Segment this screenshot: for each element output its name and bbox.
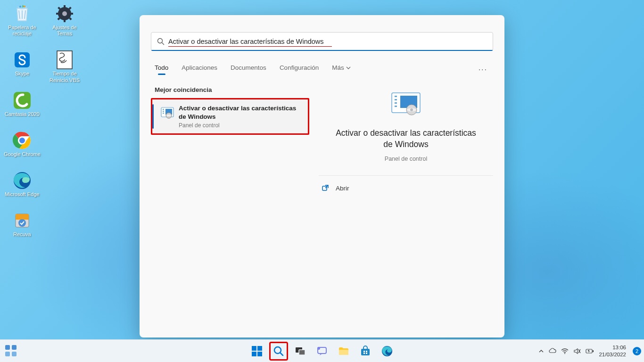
tray-overflow-button[interactable] [538,348,544,354]
desktop-icon-chrome[interactable]: Google Chrome [4,131,41,157]
camtasia-icon [12,90,32,110]
taskbar: 13:06 21/03/2022 2 [0,339,644,362]
onedrive-icon[interactable] [549,347,556,355]
desktop-icons-col2: Ajustes de Temas Tiempo de Reinicio.VBS [46,4,83,83]
tab-all[interactable]: Todo [155,64,168,75]
chevron-down-icon [346,66,351,70]
search-query-text: Activar o desactivar las características… [168,38,324,45]
desktop-icon-label: Microsoft Edge [5,191,39,197]
svg-rect-41 [5,345,10,350]
skype-icon [12,50,32,70]
svg-rect-46 [257,346,262,351]
annotation-result-highlight: Activar o desactivar las características… [151,98,309,135]
svg-rect-48 [257,352,262,356]
store-button[interactable] [356,342,375,361]
desktop-icon-recycle-bin[interactable]: Papelera de reciclaje [4,4,41,37]
preview-column: Activar o desactivar las características… [309,86,493,328]
desktop-icon-theme-settings[interactable]: Ajustes de Temas [46,4,83,37]
edge-taskbar-button[interactable] [378,342,396,361]
svg-point-10 [18,219,26,227]
tab-more-label: Más [332,64,344,71]
svg-rect-57 [363,351,365,352]
best-match-label: Mejor coincidencia [155,86,309,93]
battery-icon[interactable] [586,348,594,354]
svg-rect-60 [366,353,367,354]
svg-rect-32 [395,96,397,97]
windows-features-icon-large [391,91,421,115]
svg-point-30 [166,115,171,116]
results-column: Mejor coincidencia Activar o desactivar … [151,86,309,328]
svg-rect-66 [593,350,594,352]
desktop-icon-label: Recuva [13,231,31,238]
chat-button[interactable] [313,342,331,361]
svg-point-12 [62,11,67,16]
widgets-button[interactable] [5,345,18,358]
clock-date: 21/03/2022 [599,351,626,358]
svg-rect-25 [163,109,164,110]
search-button[interactable] [269,342,288,361]
svg-rect-43 [5,352,10,356]
desktop-icons-col1: Papelera de reciclaje Skype Camtasia 202… [4,4,41,238]
open-action[interactable]: Abrir [322,184,349,192]
gear-icon [55,4,74,24]
svg-rect-33 [395,99,397,100]
svg-rect-45 [252,346,256,351]
windows-features-icon [161,106,174,119]
search-tabs: Todo Aplicaciones Documentos Configuraci… [155,64,493,75]
separator [319,175,493,176]
svg-rect-52 [299,350,305,355]
svg-rect-27 [163,113,164,114]
svg-line-23 [162,43,165,45]
tab-apps[interactable]: Aplicaciones [182,64,217,75]
svg-point-22 [158,39,163,43]
tab-documents[interactable]: Documentos [231,64,266,75]
svg-rect-35 [395,106,397,107]
tab-settings[interactable]: Configuración [280,64,319,75]
task-view-button[interactable] [291,342,310,361]
desktop-icon-skype[interactable]: Skype [4,50,41,77]
clock-time: 13:06 [612,344,626,351]
chrome-icon [12,131,32,150]
search-focus-line [151,50,493,51]
notification-badge[interactable]: 2 [633,347,641,355]
svg-rect-1 [24,6,25,7]
tab-more[interactable]: Más [332,64,351,75]
start-button[interactable] [248,342,266,361]
recycle-bin-icon [12,4,32,24]
svg-rect-56 [361,349,370,355]
svg-rect-55 [339,350,348,355]
edge-icon [12,171,32,190]
search-result-item[interactable]: Activar o desactivar las características… [152,99,308,133]
options-button[interactable]: ··· [479,66,487,74]
wifi-icon[interactable] [561,347,569,355]
svg-point-0 [19,6,21,8]
desktop-icon-label: Camtasia 2020 [5,111,40,117]
desktop-icon-label: Skype [15,71,30,77]
svg-rect-58 [366,351,367,352]
svg-rect-26 [163,111,164,112]
file-explorer-button[interactable] [334,342,353,361]
desktop-icon-camtasia[interactable]: Camtasia 2020 [4,90,41,117]
desktop-icon-label: Ajustes de Temas [46,25,83,37]
svg-rect-44 [12,352,17,356]
desktop-icon-label: Google Chrome [4,151,41,157]
volume-icon[interactable] [573,347,581,355]
search-icon [157,38,165,45]
desktop-icon-reboot-script[interactable]: Tiempo de Reinicio.VBS [46,50,83,83]
annotation-underline [168,46,332,47]
system-tray [538,347,594,355]
svg-rect-14 [64,19,66,22]
desktop-icon-edge[interactable]: Microsoft Edge [4,171,41,197]
svg-rect-16 [70,13,73,15]
recuva-icon [12,211,32,230]
svg-rect-47 [252,352,256,356]
svg-point-54 [317,347,320,350]
svg-rect-13 [64,5,66,8]
result-subtitle: Panel de control [179,122,302,129]
desktop: Papelera de reciclaje Skype Camtasia 202… [0,0,644,362]
clock[interactable]: 13:06 21/03/2022 [599,344,626,358]
svg-point-62 [564,353,565,354]
search-input[interactable]: Activar o desactivar las características… [151,32,493,51]
desktop-icon-recuva[interactable]: Recuva [4,211,41,238]
svg-rect-42 [12,345,17,350]
